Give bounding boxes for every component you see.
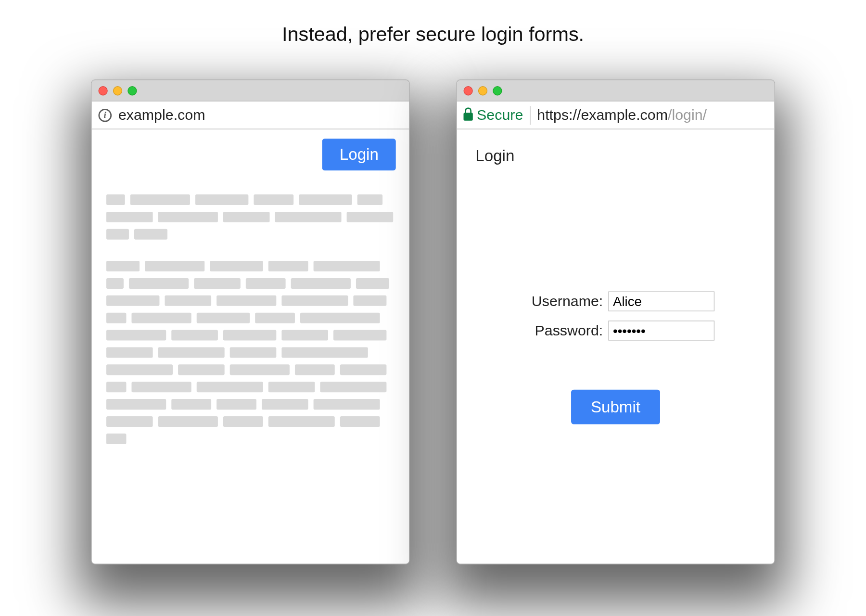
- username-label: Username:: [517, 293, 603, 310]
- login-form: Username: Password: Submit: [471, 292, 760, 424]
- titlebar: [457, 80, 775, 102]
- password-input[interactable]: [608, 321, 714, 340]
- insecure-window: i example.com Login: [91, 79, 409, 564]
- url-host: example.com: [581, 106, 668, 124]
- caption-text: Instead, prefer secure login forms.: [1, 23, 865, 46]
- minimize-icon[interactable]: [113, 86, 122, 95]
- login-heading: Login: [475, 147, 760, 166]
- secure-window: Secure https://example.com/login/ Login …: [456, 79, 775, 564]
- placeholder-text: [106, 194, 395, 444]
- info-icon[interactable]: i: [98, 108, 112, 122]
- username-input[interactable]: [608, 292, 714, 311]
- submit-button[interactable]: Submit: [571, 390, 661, 424]
- secure-label: Secure: [477, 106, 523, 124]
- url-scheme: https://: [537, 106, 581, 124]
- address-text: example.com: [118, 106, 205, 124]
- password-label: Password:: [517, 322, 603, 339]
- lock-icon: [463, 113, 472, 121]
- address-bar[interactable]: i example.com: [92, 102, 409, 129]
- close-icon[interactable]: [463, 86, 472, 95]
- close-icon[interactable]: [98, 86, 107, 95]
- page-content: Login: [92, 129, 409, 564]
- secure-chip[interactable]: Secure: [463, 106, 530, 125]
- page-content: Login Username: Password: Submit: [457, 129, 775, 564]
- maximize-icon[interactable]: [493, 86, 502, 95]
- titlebar: [92, 80, 409, 102]
- address-bar[interactable]: Secure https://example.com/login/: [457, 102, 775, 129]
- url-path: /login/: [668, 106, 707, 124]
- minimize-icon[interactable]: [478, 86, 487, 95]
- maximize-icon[interactable]: [127, 86, 137, 95]
- login-button[interactable]: Login: [322, 139, 396, 170]
